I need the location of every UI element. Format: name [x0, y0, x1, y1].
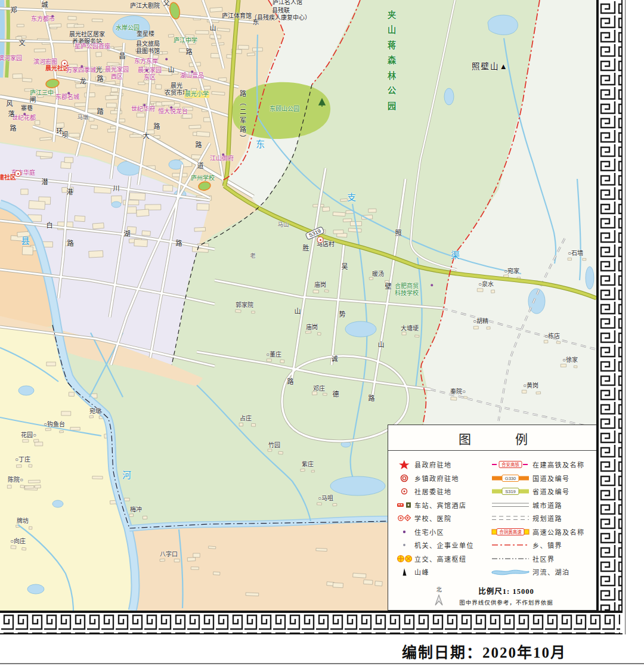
map-label: 晨光家园 东区: [138, 67, 162, 81]
legend-line-expressway: 合铜黄高速: [491, 527, 530, 537]
legend-line-provincial: S319: [491, 487, 530, 496]
legend-line-river-lake: [491, 567, 530, 577]
map-label: 路: [176, 240, 182, 247]
map-label: 陈院○: [8, 476, 23, 484]
map-label: 湖山壹品: [180, 72, 204, 79]
residential-dot-icon: [170, 106, 172, 109]
map-label: 路: [196, 141, 202, 149]
map-label: 川: [113, 185, 120, 193]
legend-item-label: 国道及编号: [532, 473, 599, 483]
svg-text:合安高铁: 合安高铁: [501, 462, 519, 467]
map-label: 父: [163, 0, 170, 7]
map-label: 县: [21, 236, 30, 247]
map-label: 闸: [30, 96, 36, 104]
legend-body: 县政府驻地合安高铁在建高铁及名称乡镇政府驻地G330国道及编号社居委驻地S319…: [388, 451, 598, 579]
map-label: 落: [8, 110, 15, 118]
map-label: 邓庄: [313, 385, 325, 392]
map-label: 郑: [11, 7, 17, 14]
map-label: 路: [67, 240, 74, 247]
map-label: 寨巷: [21, 105, 33, 112]
map-label: ○丁庄: [15, 456, 30, 463]
map-label: 庙岗: [314, 281, 326, 289]
map-label: 路: [186, 48, 193, 56]
map-label: 东: [253, 18, 259, 26]
map-label: 奎星楼: [137, 30, 154, 38]
map-label: 路: [287, 378, 294, 386]
map-label: 暖汤: [372, 271, 384, 278]
legend-line-city-road: [491, 500, 530, 510]
legend-item-label: 住宅小区: [414, 527, 491, 537]
legend-item-label: 车站、宾馆酒店: [414, 500, 491, 510]
map-label: 壁: [385, 283, 392, 290]
map-label: 夹山蒋森林公园: [385, 10, 395, 117]
map-label: 老: [250, 253, 256, 259]
legend-item-label: 省道及编号: [532, 487, 599, 496]
legend-item-label: 立交、高速枢纽: [414, 554, 491, 563]
legend-row: 社居委驻地S319省道及编号: [397, 485, 593, 498]
residential-dot-icon: [51, 15, 54, 17]
legend-box: 图例 县政府驻地合安高铁在建高铁及名称乡镇政府驻地G330国道及编号社居委驻地S…: [388, 425, 599, 611]
map-label: 东郡名城: [55, 94, 79, 101]
map-label: 胜: [303, 244, 309, 252]
map-label: 马山: [277, 222, 289, 228]
map-label: 花园○: [21, 432, 36, 439]
school-hospital-icon: [397, 513, 412, 523]
map-label: 大塘埂: [401, 325, 419, 332]
legend-footer: 北 比例尺1: 15000 图中界线仅供参考，不作划界依据: [388, 585, 598, 606]
map-label: 水岸公园: [116, 24, 140, 32]
map-label: ○泉水: [478, 281, 494, 288]
legend-item-label: 社区界: [532, 554, 599, 563]
map-label: 恒大悦龙台: [158, 108, 188, 115]
svg-text:合铜黄高速: 合铜黄高速: [499, 529, 522, 535]
legend-item-label: 城市道路: [532, 500, 599, 510]
map-label: 大: [143, 132, 150, 140]
legend-line-national: G330: [491, 473, 530, 483]
sheet-edge-line: [625, 0, 626, 634]
legend-title-char: 例: [515, 429, 528, 447]
compilation-date: 编制日期：2020年10月: [402, 640, 566, 662]
legend-item-label: 机关、企事业单位: [414, 540, 491, 550]
legend-title: 图例: [388, 425, 598, 451]
map-label: 县残联 （县残疾人康复中心）: [251, 7, 311, 21]
map-label: 照: [395, 230, 402, 237]
map-label: 山: [295, 308, 301, 315]
legend-row: 山峰河流、湖泊: [397, 565, 593, 579]
map-label: 潜: [42, 178, 48, 186]
map-label: 梅冲: [130, 506, 142, 513]
residential-dot-icon: [67, 92, 70, 94]
map-label: 势: [339, 311, 346, 318]
map-label: ○董庄: [266, 351, 281, 358]
legend-row: 车站、宾馆酒店城市道路: [397, 498, 593, 512]
map-label: 昌: [119, 52, 126, 60]
interchange-icon: [397, 554, 412, 563]
residential-dot-icon: [222, 153, 224, 156]
map-label: 牌坊: [17, 518, 29, 525]
map-label: 马墩: [77, 114, 88, 121]
map-label: 东方东岸: [134, 58, 158, 65]
map-label: 东: [256, 140, 265, 150]
map-label: 江山御府: [210, 155, 234, 162]
legend-item-label: 社居委驻地: [414, 487, 491, 496]
north-arrow-icon: [433, 593, 445, 606]
legend-item-label: 县政府驻地: [414, 460, 491, 469]
svg-text:G330: G330: [505, 476, 516, 481]
map-label: 龙: [80, 78, 86, 85]
map-label: 港: [67, 188, 73, 196]
map-label: 庙岗: [306, 324, 318, 331]
map-label: 晨光家园 西区: [105, 66, 129, 80]
residential-dot-icon: [191, 70, 193, 73]
map-label: ○胡精: [473, 318, 488, 325]
legend-row: 立交、高速枢纽社区界: [397, 552, 593, 566]
map-label: 光: [96, 66, 103, 74]
map-label: 郭家院: [236, 302, 253, 309]
legend-item-label: 河流、湖泊: [532, 567, 599, 577]
station-icon: [397, 500, 412, 510]
map-label: 竹园: [268, 442, 280, 449]
legend-item-label: 山峰: [414, 567, 491, 577]
map-label: 庐江名人馆: [273, 0, 302, 6]
residential-dot-icon: [431, 284, 433, 286]
map-label: 支: [347, 193, 357, 203]
map-label: ○向庄: [10, 538, 26, 545]
map-label: 白: [47, 222, 53, 230]
legend-item-label: 高速公路及名称: [532, 527, 599, 537]
